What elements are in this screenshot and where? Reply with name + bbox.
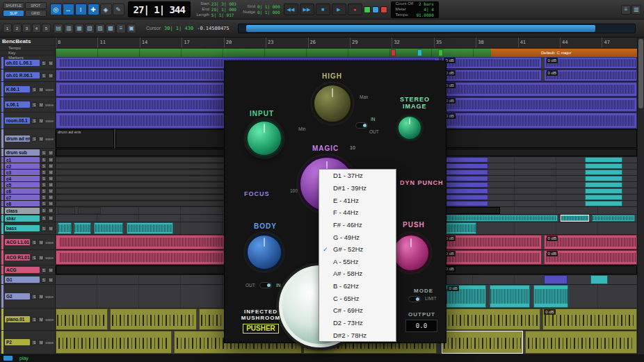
marker-flag[interactable] [438, 49, 443, 56]
toolbar-icon[interactable]: ▩ [106, 24, 115, 33]
audio-clip[interactable] [442, 265, 637, 274]
bar-numbers[interactable]: 811141720232629323538414447 [56, 38, 644, 49]
audio-clip[interactable] [442, 201, 488, 206]
audio-clip[interactable] [442, 97, 637, 112]
track-header[interactable]: piano.01SMwave [0, 308, 56, 330]
mute-button[interactable]: M [48, 157, 54, 163]
solo-button[interactable]: S [41, 268, 47, 273]
pencil-tool[interactable]: ✎ [113, 3, 124, 15]
audio-clip[interactable] [542, 308, 637, 330]
solo-button[interactable]: S [41, 157, 47, 163]
mute-button[interactable]: M [38, 87, 44, 92]
audio-clip[interactable] [544, 275, 567, 284]
audio-clip[interactable] [585, 163, 622, 169]
track-header[interactable]: ACG L1.01SMwave [0, 235, 56, 249]
green-status-indicator[interactable] [364, 6, 371, 13]
solo-button[interactable]: S [41, 182, 47, 188]
audio-clip[interactable] [58, 222, 72, 234]
track-header[interactable]: K.06.1SMwave [0, 82, 56, 97]
ruler-row-tempo[interactable]: Tempo [0, 45, 55, 50]
solo-button[interactable]: S [31, 317, 37, 322]
audio-clip[interactable] [585, 195, 622, 200]
solo-button[interactable]: S [41, 163, 47, 169]
audio-clip[interactable] [585, 201, 622, 206]
track-header[interactable]: classSM [0, 207, 56, 214]
track-view-selector[interactable]: wave [45, 318, 54, 322]
solo-button[interactable]: S [31, 87, 37, 92]
solo-button[interactable]: S [31, 255, 37, 261]
solo-button[interactable]: S [31, 340, 37, 345]
track-header[interactable]: ACG R1.01SMwave [0, 250, 56, 265]
audio-clip[interactable] [442, 157, 488, 163]
audio-clip[interactable] [56, 331, 172, 354]
track-view-selector[interactable]: wave [45, 256, 54, 260]
solo-button[interactable]: S [41, 226, 47, 231]
track-header[interactable]: room.06.1SMwave [0, 113, 56, 129]
audio-clip[interactable] [544, 235, 637, 249]
dropdown-item[interactable]: D#1 - 39Hz [319, 182, 396, 195]
track-view-selector[interactable]: wave [45, 88, 54, 92]
audio-clip[interactable] [442, 176, 488, 181]
audio-clip[interactable] [442, 207, 500, 214]
track-header[interactable]: c1SM [0, 157, 56, 163]
mute-button[interactable]: M [38, 136, 44, 142]
mute-button[interactable]: M [38, 102, 44, 108]
high-in-out-toggle[interactable] [355, 122, 368, 129]
toolbar-icon[interactable]: ▨ [95, 24, 105, 33]
audio-clip[interactable] [58, 207, 75, 214]
key-signature-strip[interactable]: Default: C major [491, 49, 644, 57]
audio-clip[interactable] [442, 69, 542, 81]
mute-button[interactable]: M [38, 294, 44, 299]
track-header[interactable]: c7SM [0, 195, 56, 200]
audio-clip[interactable] [561, 215, 590, 222]
track-header[interactable]: c4SM [0, 176, 56, 181]
mode-spot-button[interactable]: SPOT [25, 2, 47, 9]
solo-button[interactable]: S [41, 73, 47, 79]
mute-button[interactable]: M [48, 277, 54, 283]
marker-flag[interactable] [391, 49, 396, 56]
dropdown-item[interactable]: ✓G# - 52Hz [319, 243, 396, 256]
solo-button[interactable]: S [41, 195, 47, 200]
audio-clip[interactable] [544, 69, 637, 81]
mute-button[interactable]: M [38, 340, 44, 345]
audio-clip[interactable] [127, 222, 173, 234]
track-header[interactable]: s.06.1SMwave [0, 97, 56, 112]
track-header[interactable]: c3SM [0, 170, 56, 175]
audio-clip[interactable] [585, 176, 622, 181]
mode-grid-button[interactable]: GRID [25, 10, 47, 17]
main-counter[interactable]: 27| 1| 344 [134, 4, 185, 15]
play-button[interactable]: ▶ [332, 3, 346, 15]
audio-clip[interactable] [544, 250, 637, 265]
track-header[interactable]: drum subSM [0, 149, 56, 156]
vertical-scrollbar-thumb[interactable] [638, 39, 643, 108]
input-knob[interactable] [245, 120, 283, 157]
mode-shuffle-button[interactable]: SHUFFLE [3, 2, 24, 9]
mute-button[interactable]: M [48, 226, 54, 231]
blue-status-indicator[interactable] [372, 6, 379, 13]
audio-clip[interactable] [78, 207, 101, 214]
mute-button[interactable]: M [48, 176, 54, 181]
audio-clip[interactable] [585, 188, 622, 194]
mute-button[interactable]: M [48, 163, 54, 169]
audio-clip[interactable] [442, 215, 558, 222]
track-view-selector[interactable]: wave [45, 119, 54, 123]
selection-value[interactable]: 29| 1| 000 [211, 7, 236, 12]
audio-clip[interactable] [490, 285, 531, 308]
track-header[interactable]: c8SM [0, 201, 56, 206]
toolbar-icon[interactable]: ≡ [116, 24, 126, 33]
record-indicator[interactable] [380, 6, 387, 13]
audio-clip[interactable] [442, 57, 542, 69]
mute-button[interactable]: M [48, 201, 54, 206]
selector-tool[interactable]: I [75, 3, 87, 15]
marker-bar[interactable]: Default: C major [56, 49, 644, 57]
audio-clip[interactable] [442, 182, 488, 188]
info-value[interactable]: 91.0000 [416, 13, 433, 17]
solo-button[interactable]: S [41, 277, 47, 283]
mute-button[interactable]: M [48, 170, 54, 175]
audio-clip[interactable] [442, 222, 476, 234]
audio-clip[interactable] [592, 215, 636, 222]
audio-clip[interactable] [442, 113, 637, 129]
dropdown-item[interactable]: C - 65Hz [319, 292, 396, 304]
zoom-preset-1[interactable]: 1 [3, 24, 12, 33]
mode-toggle[interactable] [408, 296, 421, 302]
